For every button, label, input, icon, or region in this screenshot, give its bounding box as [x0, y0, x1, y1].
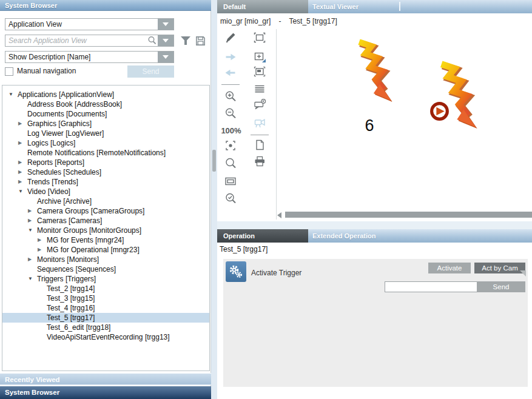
zoom-in-button[interactable] — [223, 89, 238, 104]
edit-pen-button[interactable] — [223, 30, 238, 45]
tree-item-label: Camera Groups [CameraGroups] — [37, 206, 144, 216]
tree-item[interactable]: Sequences [Sequences] — [2, 264, 209, 274]
chevron-collapsed-icon[interactable]: ▶ — [38, 235, 47, 245]
command-send-button[interactable]: Send — [477, 281, 525, 292]
tree-item[interactable]: ▶Logics [Logics] — [2, 138, 209, 148]
tree-item[interactable]: Test_5 [trgg17] — [2, 313, 209, 323]
center-view-button[interactable] — [223, 138, 238, 153]
chevron-collapsed-icon[interactable]: ▶ — [18, 158, 27, 167]
zoom-confirm-button[interactable] — [223, 191, 238, 206]
tree-item[interactable]: ▶Trends [Trends] — [2, 177, 209, 187]
activate-button[interactable]: Activate — [428, 263, 471, 273]
tree-item[interactable]: Test_3 [trgg15] — [2, 293, 209, 303]
tree-item[interactable]: Archive [Archive] — [2, 196, 209, 206]
scroll-left-arrow[interactable] — [277, 212, 281, 218]
zoom-selection-button[interactable] — [252, 64, 267, 79]
camera-button[interactable] — [252, 115, 267, 130]
tree-item[interactable]: ▶Schedules [Schedules] — [2, 167, 209, 177]
system-browser-bar[interactable]: System Browser — [0, 386, 211, 399]
navigate-forward-button[interactable] — [223, 50, 238, 64]
view-selector-arrow-button[interactable] — [158, 19, 173, 30]
zoom-out-button[interactable] — [223, 106, 238, 121]
tab-extended-operation[interactable]: Extended Operation — [312, 229, 376, 243]
breadcrumb-target[interactable]: Test_5 [trgg17] — [289, 17, 337, 25]
navigation-send-button[interactable]: Send — [127, 65, 174, 78]
act-by-cam-label: Act by Cam — [482, 264, 517, 272]
manual-navigation-label: Manual navigation — [17, 67, 76, 75]
tab-operation[interactable]: Operation — [217, 229, 308, 243]
search-icon[interactable] — [147, 35, 158, 46]
filter-button[interactable] — [178, 33, 193, 48]
tree-item[interactable]: VideoApiStartEventRecording [trgg13] — [2, 332, 209, 342]
splitter-thumb[interactable] — [212, 150, 216, 172]
tree-item[interactable]: ▶Monitors [Monitors] — [2, 255, 209, 264]
chevron-collapsed-icon[interactable]: ▶ — [28, 216, 37, 226]
act-by-cam-button[interactable]: Act by Cam — [474, 263, 525, 273]
description-selector-dropdown[interactable]: Show Description [Name] — [5, 51, 174, 63]
tree-item[interactable]: ▶Camera Groups [CameraGroups] — [2, 206, 209, 216]
tree-item[interactable]: Documents [Documents] — [2, 109, 209, 119]
tree-item[interactable]: ▼Triggers [Triggers] — [2, 274, 209, 284]
page-button[interactable] — [252, 138, 267, 152]
tree-item[interactable]: ▶Reports [Reports] — [2, 158, 209, 167]
trigger-badge-icon[interactable] — [429, 101, 450, 122]
tree-item[interactable]: ▼Applications [ApplicationView] — [2, 90, 209, 99]
search-options-arrow-button[interactable] — [158, 35, 173, 46]
chevron-collapsed-icon[interactable]: ▶ — [18, 119, 27, 129]
tree-item[interactable]: Remote Notifications [RemoteNotification… — [2, 148, 209, 158]
tree-item[interactable]: Test_4 [trgg16] — [2, 303, 209, 313]
breadcrumb-source[interactable]: mio_gr [mio_gr] — [220, 17, 271, 25]
magnifier-button[interactable] — [223, 156, 238, 170]
remove-callout-button[interactable] — [252, 97, 267, 112]
toolbar-divider — [251, 135, 269, 135]
tree-item-label: Test_4 [trgg16] — [47, 303, 95, 313]
selection-frame-button[interactable] — [252, 30, 267, 45]
tree-item[interactable]: Address Book [AddressBook] — [2, 99, 209, 109]
panel-splitter[interactable] — [211, 0, 217, 399]
tree-item[interactable]: Test_6_edit [trgg18] — [2, 323, 209, 332]
print-button[interactable] — [252, 154, 267, 169]
canvas-divider — [276, 29, 277, 220]
tree-item[interactable]: Test_2 [trgg14] — [2, 284, 209, 293]
view-selector-dropdown[interactable]: Application View — [5, 18, 174, 30]
layers-button[interactable] — [252, 81, 267, 96]
command-value-input[interactable] — [385, 281, 478, 292]
recently-viewed-bar[interactable]: Recently Viewed — [0, 373, 211, 385]
trigger-command-button[interactable] — [226, 261, 246, 282]
lightning-bolt-icon[interactable] — [346, 36, 393, 103]
funnel-icon — [181, 36, 190, 45]
zoom-out-icon — [224, 107, 237, 120]
manual-navigation-checkbox[interactable] — [5, 67, 13, 76]
chevron-collapsed-icon[interactable]: ▶ — [38, 245, 47, 255]
tree-item[interactable]: ▶MG for Operational [mngr23] — [2, 245, 209, 255]
tree-item[interactable]: ▼Video [Video] — [2, 187, 209, 196]
tree-item-label: Address Book [AddressBook] — [27, 99, 122, 109]
tree-item[interactable]: ▼Monitor Groups [MonitorGroups] — [2, 226, 209, 235]
tree-item[interactable]: Log Viewer [LogViewer] — [2, 129, 209, 138]
chevron-collapsed-icon[interactable]: ▶ — [18, 138, 27, 148]
chevron-collapsed-icon[interactable]: ▶ — [18, 167, 27, 177]
tree-item[interactable]: ▶Cameras [Cameras] — [2, 216, 209, 226]
chevron-collapsed-icon[interactable]: ▶ — [28, 255, 37, 264]
chevron-expanded-icon[interactable]: ▼ — [28, 226, 37, 235]
tree-item[interactable]: ▶MG for Events [mngr24] — [2, 235, 209, 245]
search-field — [5, 35, 174, 47]
chevron-collapsed-icon[interactable]: ▶ — [18, 177, 27, 187]
horizontal-scrollbar[interactable] — [285, 212, 532, 218]
pan-crosshair-icon — [253, 50, 266, 64]
chevron-expanded-icon[interactable]: ▼ — [28, 274, 37, 284]
description-selector-arrow-button[interactable] — [158, 52, 173, 62]
description-selector-value: Show Description [Name] — [5, 53, 158, 61]
chevron-expanded-icon[interactable]: ▼ — [8, 90, 18, 99]
chevron-expanded-icon[interactable]: ▼ — [18, 187, 27, 196]
tree-item[interactable]: ▶Graphics [Graphics] — [2, 119, 209, 129]
fit-view-button[interactable] — [223, 174, 238, 189]
chevron-down-icon — [163, 55, 169, 59]
save-search-button[interactable] — [193, 33, 207, 48]
search-input[interactable] — [5, 36, 147, 45]
pan-crosshair-button[interactable] — [252, 50, 267, 64]
tab-textual-viewer[interactable]: Textual Viewer — [312, 0, 359, 13]
chevron-collapsed-icon[interactable]: ▶ — [28, 206, 37, 216]
navigate-back-button[interactable] — [223, 65, 238, 80]
tab-default[interactable]: Default — [217, 0, 308, 13]
